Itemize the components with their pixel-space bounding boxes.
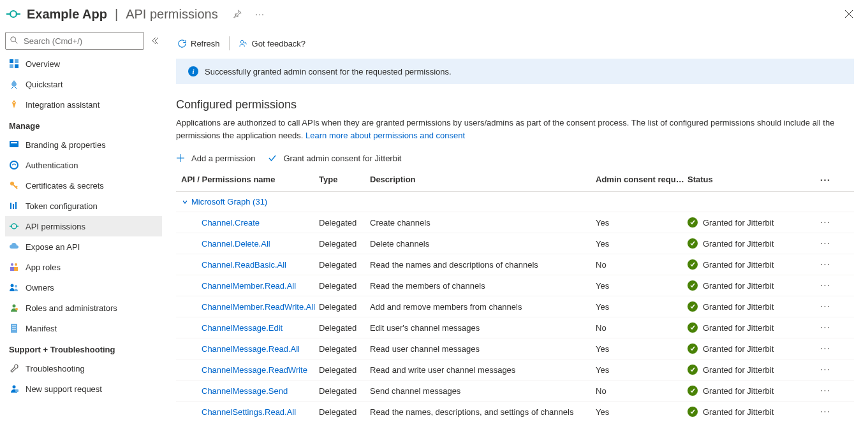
search-input[interactable]	[22, 36, 140, 47]
group-more-icon[interactable]: ···	[815, 175, 835, 186]
svg-rect-34	[11, 324, 17, 333]
sidebar-item-label: Overview	[26, 59, 60, 69]
svg-point-24	[11, 226, 12, 227]
expose-icon	[9, 242, 19, 252]
sidebar-item-integration-assistant[interactable]: Integration assistant	[5, 94, 162, 115]
permission-type: Delegated	[319, 365, 370, 375]
permission-admin-consent: Yes	[596, 344, 688, 354]
svg-rect-12	[15, 64, 18, 68]
col-header-type[interactable]: Type	[319, 175, 370, 186]
row-more-icon[interactable]: ···	[815, 280, 835, 291]
permission-name-link[interactable]: ChannelMember.Read.All	[181, 281, 319, 291]
permission-description: Read the members of channels	[370, 281, 596, 291]
svg-point-38	[13, 386, 16, 389]
col-header-desc[interactable]: Description	[370, 175, 596, 186]
sidebar-item-expose-an-api[interactable]: Expose an API	[5, 236, 162, 257]
add-permission-button[interactable]: Add a permission	[176, 153, 255, 163]
status-granted-icon	[688, 407, 698, 417]
svg-rect-28	[10, 267, 14, 271]
learn-more-link[interactable]: Learn more about permissions and consent	[305, 131, 465, 140]
permission-name-link[interactable]: Channel.Delete.All	[181, 239, 319, 249]
search-input-wrap[interactable]	[5, 32, 144, 50]
sidebar-item-label: Quickstart	[26, 80, 63, 89]
sidebar-item-certificates-secrets[interactable]: Certificates & secrets	[5, 175, 162, 196]
page-header: Example App | API permissions ···	[0, 0, 868, 28]
header-page-title: API permissions	[126, 7, 218, 22]
owners-icon	[9, 282, 19, 293]
sidebar-item-owners[interactable]: Owners	[5, 277, 162, 298]
sidebar-item-quickstart[interactable]: Quickstart	[5, 74, 162, 94]
plus-icon	[176, 153, 186, 163]
refresh-button[interactable]: Refresh	[177, 39, 220, 48]
collapse-sidebar-icon[interactable]	[148, 32, 162, 50]
permission-name-link[interactable]: ChannelMessage.Read.All	[181, 344, 319, 354]
permission-actions: Add a permission Grant admin consent for…	[176, 144, 868, 170]
row-more-icon[interactable]: ···	[815, 217, 835, 228]
table-row: ChannelMessage.ReadWriteDelegatedRead an…	[176, 359, 854, 380]
close-icon[interactable]	[840, 5, 858, 23]
svg-point-26	[11, 263, 13, 266]
permission-description: Read and write user channel messages	[370, 365, 596, 375]
col-header-name[interactable]: API / Permissions name	[181, 175, 319, 186]
sidebar-item-roles-and-administrators[interactable]: Roles and administrators	[5, 298, 162, 318]
sidebar-item-label: App roles	[26, 263, 61, 272]
sidebar-item-app-roles[interactable]: App roles	[5, 257, 162, 277]
table-row: ChannelMessage.SendDelegatedSend channel…	[176, 380, 854, 401]
row-more-icon[interactable]: ···	[815, 322, 835, 333]
permission-group-label[interactable]: Microsoft Graph (31)	[191, 197, 267, 206]
permission-name-link[interactable]: Channel.Create	[181, 218, 319, 228]
permission-name-link[interactable]: ChannelMessage.ReadWrite	[181, 365, 319, 375]
permission-name-link[interactable]: Channel.ReadBasic.All	[181, 260, 319, 270]
command-bar: Refresh Got feedback?	[176, 32, 868, 55]
sidebar-item-label: New support request	[26, 384, 102, 394]
permission-name-link[interactable]: ChannelMember.ReadWrite.All	[181, 302, 319, 312]
grant-consent-button[interactable]: Grant admin consent for Jitterbit	[268, 153, 401, 163]
main-content: Refresh Got feedback? i Successfully gra…	[165, 28, 868, 427]
permission-group-row[interactable]: Microsoft Graph (31)	[176, 192, 854, 212]
col-header-admin[interactable]: Admin consent requ…	[596, 175, 688, 186]
sidebar-item-overview[interactable]: Overview	[5, 54, 162, 74]
row-more-icon[interactable]: ···	[815, 343, 835, 354]
svg-point-13	[13, 102, 15, 103]
sidebar-item-api-permissions[interactable]: API permissions	[5, 216, 162, 236]
svg-rect-39	[15, 389, 18, 392]
sidebar-item-new-support-request[interactable]: New support request	[5, 379, 162, 399]
row-more-icon[interactable]: ···	[815, 259, 835, 270]
svg-point-16	[10, 161, 18, 169]
sidebar-item-label: Expose an API	[26, 242, 80, 252]
api-icon	[9, 221, 19, 231]
table-row: ChannelMember.Read.AllDelegatedRead the …	[176, 275, 854, 296]
row-more-icon[interactable]: ···	[815, 364, 835, 375]
permission-name-link[interactable]: ChannelSettings.Read.All	[181, 407, 319, 417]
support-icon	[9, 384, 19, 394]
row-more-icon[interactable]: ···	[815, 385, 835, 396]
sidebar: OverviewQuickstartIntegration assistant …	[0, 28, 165, 427]
status-text: Granted for Jitterbit	[703, 365, 774, 375]
sidebar-item-branding-properties[interactable]: Branding & properties	[5, 134, 162, 155]
sidebar-item-token-configuration[interactable]: Token configuration	[5, 196, 162, 216]
table-header-row: API / Permissions name Type Description …	[176, 170, 854, 192]
row-more-icon[interactable]: ···	[815, 406, 835, 417]
feedback-button[interactable]: Got feedback?	[239, 39, 306, 48]
permission-name-link[interactable]: ChannelMessage.Send	[181, 386, 319, 396]
row-more-icon[interactable]: ···	[815, 238, 835, 249]
permission-name-link[interactable]: ChannelMessage.Edit	[181, 323, 319, 333]
svg-point-32	[13, 305, 16, 308]
sidebar-item-authentication[interactable]: Authentication	[5, 155, 162, 175]
permission-status: Granted for Jitterbit	[688, 322, 815, 333]
pin-icon[interactable]	[228, 5, 246, 23]
col-header-status[interactable]: Status	[688, 175, 815, 186]
table-row: Channel.CreateDelegatedCreate channelsYe…	[176, 212, 854, 233]
svg-point-27	[15, 263, 17, 266]
feedback-icon	[239, 39, 248, 48]
sidebar-item-troubleshooting[interactable]: Troubleshooting	[5, 358, 162, 379]
status-granted-icon	[688, 259, 698, 270]
row-more-icon[interactable]: ···	[815, 301, 835, 312]
permission-type: Delegated	[319, 344, 370, 354]
svg-rect-10	[15, 59, 18, 63]
permission-type: Delegated	[319, 323, 370, 333]
sidebar-item-manifest[interactable]: Manifest	[5, 318, 162, 338]
more-icon[interactable]: ···	[251, 5, 269, 23]
svg-rect-11	[10, 64, 13, 68]
branding-icon	[9, 140, 19, 150]
